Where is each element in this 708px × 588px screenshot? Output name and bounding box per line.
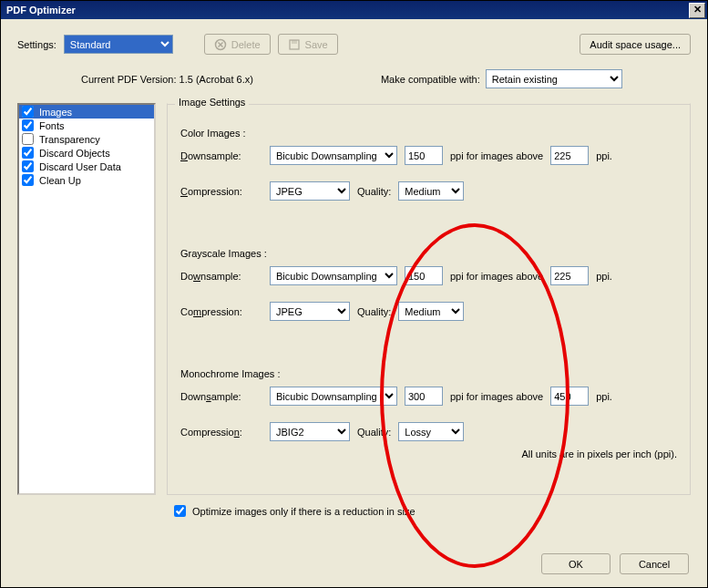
mono-quality-select[interactable]: Lossy: [398, 422, 464, 441]
checkbox-discard-objects[interactable]: [22, 147, 34, 159]
color-downsample-value[interactable]: [405, 146, 443, 165]
panel-legend: Image Settings: [175, 97, 249, 108]
sidebar-item-label: Transparency: [39, 134, 100, 145]
main-area: Images Fonts Transparency Discard Object…: [17, 103, 691, 495]
gray-downsample-method[interactable]: Bicubic Downsampling to: [270, 266, 397, 285]
delete-label: Delete: [231, 39, 261, 50]
ok-button[interactable]: OK: [541, 553, 611, 574]
gray-downsample-value[interactable]: [405, 266, 443, 285]
compression-label: Compression:: [180, 186, 262, 197]
make-compatible-label: Make compatible with:: [381, 74, 480, 85]
settings-label: Settings:: [17, 39, 56, 50]
ppi-for-label: ppi for images above: [450, 271, 543, 282]
close-icon: ✕: [693, 4, 702, 15]
cancel-button[interactable]: Cancel: [620, 553, 689, 574]
mono-downsample-row: Downsample: Bicubic Downsampling to ppi …: [180, 387, 677, 406]
category-list[interactable]: Images Fonts Transparency Discard Object…: [17, 103, 156, 495]
gray-quality-select[interactable]: Medium: [398, 302, 464, 321]
units-note: All units are in pixels per inch (ppi).: [180, 449, 677, 459]
color-compression-row: Compression: JPEG Quality: Medium: [180, 181, 677, 201]
optimize-label: Optimize images only if there is a reduc…: [192, 506, 416, 517]
sidebar-item-fonts[interactable]: Fonts: [19, 119, 154, 132]
checkbox-images[interactable]: [22, 106, 34, 118]
make-compatible-select[interactable]: Retain existing: [486, 69, 622, 88]
window: PDF Optimizer ✕ Settings: Standard Delet…: [0, 0, 708, 588]
color-downsample-row: Downsample: Bicubic Downsampling to ppi …: [180, 146, 677, 165]
mono-compression-row: Compression: JBIG2 Quality: Lossy: [180, 422, 677, 441]
sidebar-item-images[interactable]: Images: [19, 105, 154, 119]
ppi-suffix: ppi.: [596, 391, 612, 402]
gray-compression-select[interactable]: JPEG: [270, 302, 350, 321]
sidebar-item-label: Discard Objects: [39, 148, 110, 159]
gray-compression-row: Compression: JPEG Quality: Medium: [180, 302, 677, 321]
mono-downsample-value[interactable]: [405, 387, 443, 406]
downsample-label: Downsample:: [180, 391, 262, 402]
top-row: Settings: Standard Delete Save Audit spa…: [17, 34, 691, 55]
mono-above-value[interactable]: [550, 387, 589, 406]
checkbox-fonts[interactable]: [22, 119, 34, 131]
quality-label: Quality:: [357, 186, 391, 197]
color-downsample-method[interactable]: Bicubic Downsampling to: [270, 146, 397, 165]
downsample-label: Downsample:: [180, 150, 262, 161]
delete-icon: [214, 38, 227, 51]
audit-space-button[interactable]: Audit space usage...: [580, 34, 691, 55]
dialog-buttons: OK Cancel: [541, 553, 689, 574]
checkbox-transparency[interactable]: [22, 133, 34, 145]
ppi-suffix: ppi.: [596, 271, 612, 282]
sidebar-item-transparency[interactable]: Transparency: [19, 132, 154, 146]
delete-button[interactable]: Delete: [204, 34, 271, 55]
save-label: Save: [305, 39, 328, 50]
ppi-for-label: ppi for images above: [450, 391, 543, 402]
downsample-label: Downsample:: [180, 271, 262, 282]
close-button[interactable]: ✕: [689, 3, 705, 18]
checkbox-discard-user-data[interactable]: [22, 160, 34, 172]
mono-compression-select[interactable]: JBIG2: [270, 422, 350, 441]
ppi-for-label: ppi for images above: [450, 150, 543, 161]
quality-label: Quality:: [357, 306, 391, 317]
compression-label: Compression:: [180, 306, 262, 317]
titlebar: PDF Optimizer ✕: [1, 1, 707, 19]
settings-select[interactable]: Standard: [64, 35, 173, 54]
save-icon: [288, 38, 301, 51]
sidebar-item-label: Fonts: [39, 120, 65, 131]
save-button[interactable]: Save: [278, 34, 338, 55]
mono-downsample-method[interactable]: Bicubic Downsampling to: [270, 387, 397, 406]
color-compression-select[interactable]: JPEG: [270, 181, 350, 201]
sidebar-item-label: Discard User Data: [39, 161, 121, 172]
sidebar-item-clean-up[interactable]: Clean Up: [19, 173, 154, 187]
color-quality-select[interactable]: Medium: [398, 181, 464, 201]
gray-downsample-row: Downsample: Bicubic Downsampling to ppi …: [180, 266, 677, 285]
quality-label: Quality:: [357, 427, 391, 438]
sidebar-item-discard-user-data[interactable]: Discard User Data: [19, 160, 154, 173]
svg-rect-4: [292, 40, 297, 44]
color-above-value[interactable]: [550, 146, 589, 165]
audit-label: Audit space usage...: [590, 39, 681, 50]
dialog-body: Settings: Standard Delete Save Audit spa…: [1, 19, 707, 587]
compression-label: Compression:: [180, 427, 262, 438]
sidebar-item-label: Clean Up: [39, 175, 81, 186]
version-row: Current PDF Version: 1.5 (Acrobat 6.x) M…: [81, 69, 691, 88]
gray-above-value[interactable]: [550, 266, 589, 285]
window-title: PDF Optimizer: [6, 5, 76, 15]
current-version-label: Current PDF Version: 1.5 (Acrobat 6.x): [81, 74, 253, 85]
optimize-row: Optimize images only if there is a reduc…: [170, 502, 691, 520]
sidebar-item-label: Images: [39, 107, 72, 118]
image-settings-panel: Image Settings Color Images : Downsample…: [167, 103, 691, 495]
mono-heading: Monochrome Images :: [180, 368, 677, 379]
sidebar-item-discard-objects[interactable]: Discard Objects: [19, 146, 154, 160]
color-heading: Color Images :: [180, 128, 677, 139]
optimize-checkbox[interactable]: [174, 505, 186, 517]
gray-heading: Grayscale Images :: [180, 248, 677, 259]
checkbox-clean-up[interactable]: [22, 174, 34, 186]
ppi-suffix: ppi.: [596, 150, 612, 161]
